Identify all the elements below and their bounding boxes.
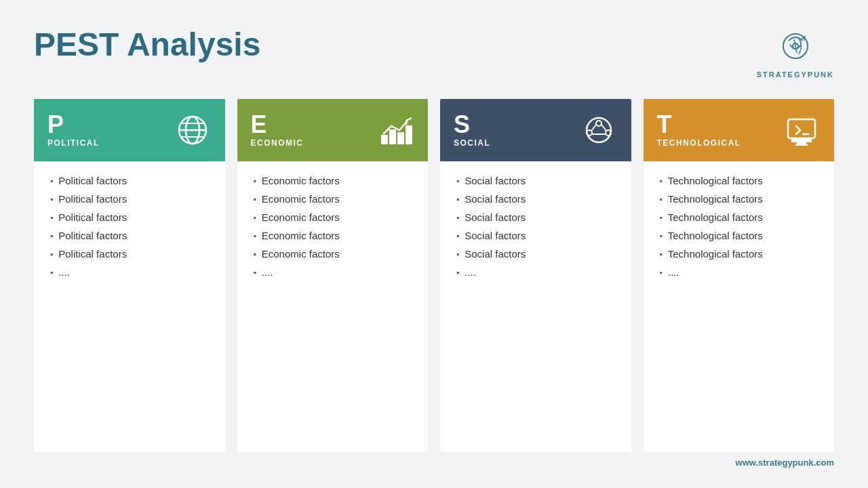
list-item: .... [660, 266, 821, 278]
card-header-political: P POLITICAL [34, 99, 225, 161]
header: PEST Analysis STRATEGYPUNK [34, 27, 834, 79]
globe-icon [174, 111, 212, 149]
social-icon [580, 111, 618, 149]
card-political: P POLITICAL Political factorsPolitical f… [34, 99, 225, 452]
footer-url: www.strategypunk.com [736, 458, 834, 468]
list-item: Political factors [50, 193, 212, 205]
card-category-political: POLITICAL [47, 138, 100, 148]
card-header-technological: T TECHNOLOGICAL [644, 99, 835, 161]
card-category-economic: ECONOMIC [251, 138, 304, 148]
svg-rect-20 [792, 138, 811, 142]
card-letter-technological: T [657, 113, 741, 137]
svg-rect-19 [788, 119, 815, 138]
list-item: Technological factors [660, 175, 821, 186]
svg-point-13 [596, 121, 601, 126]
list-item: .... [254, 266, 415, 278]
card-economic: E ECONOMIC Economic factorsEconomic fact… [237, 99, 429, 452]
list-item: Economic factors [254, 248, 415, 260]
card-header-social: S SOCIAL [440, 99, 631, 161]
card-letter-political: P [47, 113, 100, 137]
logo-text: STRATEGYPUNK [757, 70, 834, 79]
list-item: Social factors [456, 230, 618, 241]
list-item: Political factors [50, 230, 212, 241]
card-letter-economic: E [251, 113, 304, 137]
card-body-technological: Technological factorsTechnological facto… [644, 161, 835, 452]
card-list-social: Social factorsSocial factorsSocial facto… [456, 175, 618, 278]
logo-area: STRATEGYPUNK [757, 27, 834, 79]
list-item: Technological factors [660, 248, 821, 260]
list-item: Economic factors [254, 175, 415, 186]
list-item: .... [50, 266, 212, 278]
page: PEST Analysis STRATEGYPUNK P [0, 0, 868, 488]
footer: www.strategypunk.com [34, 452, 834, 468]
svg-rect-9 [390, 130, 395, 144]
card-list-political: Political factorsPolitical factorsPoliti… [50, 175, 212, 278]
card-body-economic: Economic factorsEconomic factorsEconomic… [237, 161, 429, 452]
list-item: Economic factors [254, 211, 415, 223]
card-category-social: SOCIAL [454, 138, 490, 148]
list-item: Economic factors [254, 230, 415, 241]
card-body-political: Political factorsPolitical factorsPoliti… [34, 161, 225, 452]
list-item: Technological factors [660, 193, 821, 205]
logo-icon [775, 27, 816, 68]
list-item: Political factors [50, 248, 212, 260]
card-header-economic: E ECONOMIC [237, 99, 429, 161]
pest-grid: P POLITICAL Political factorsPolitical f… [34, 99, 834, 452]
list-item: Technological factors [660, 211, 821, 223]
svg-line-17 [601, 125, 606, 131]
svg-rect-11 [406, 126, 412, 144]
list-item: Social factors [456, 193, 618, 205]
list-item: Social factors [456, 175, 618, 186]
svg-rect-10 [398, 133, 403, 144]
svg-rect-8 [382, 136, 387, 144]
card-technological: T TECHNOLOGICAL Technological factorsTec… [644, 99, 835, 452]
card-category-technological: TECHNOLOGICAL [657, 138, 741, 148]
card-list-technological: Technological factorsTechnological facto… [660, 175, 821, 278]
list-item: Political factors [50, 175, 212, 186]
card-letter-social: S [454, 113, 490, 137]
page-title: PEST Analysis [34, 27, 260, 63]
list-item: .... [456, 266, 618, 278]
list-item: Technological factors [660, 230, 821, 241]
card-social: S SOCIAL Social factorsSocial factorsSoc… [440, 99, 631, 452]
list-item: Economic factors [254, 193, 415, 205]
list-item: Social factors [456, 211, 618, 223]
card-body-social: Social factorsSocial factorsSocial facto… [440, 161, 631, 452]
svg-line-16 [591, 125, 596, 131]
list-item: Political factors [50, 211, 212, 223]
list-item: Social factors [456, 248, 618, 260]
card-list-economic: Economic factorsEconomic factorsEconomic… [254, 175, 415, 278]
tech-icon [783, 111, 821, 149]
chart-icon [376, 111, 414, 149]
